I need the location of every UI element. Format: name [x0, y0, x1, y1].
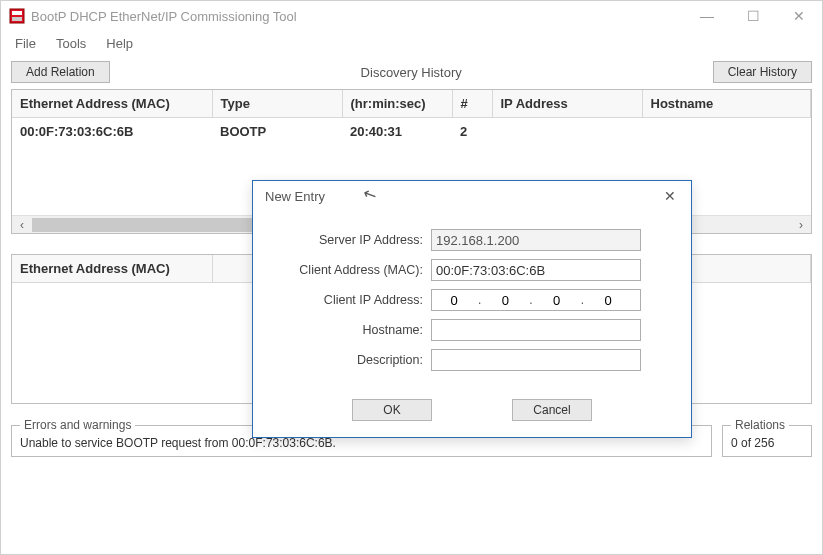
app-icon — [9, 8, 25, 24]
clear-history-button[interactable]: Clear History — [713, 61, 812, 83]
description-field[interactable] — [431, 349, 641, 371]
hostname-label: Hostname: — [271, 323, 431, 337]
menu-file[interactable]: File — [5, 34, 46, 53]
col-header-type[interactable]: Type — [212, 90, 342, 118]
ip-octet-2[interactable] — [483, 292, 527, 309]
scroll-left-icon[interactable]: ‹ — [14, 218, 30, 232]
relations-count: 0 of 256 — [731, 436, 803, 450]
minimize-button[interactable]: — — [684, 1, 730, 31]
client-ip-label: Client IP Address: — [271, 293, 431, 307]
col-header-host[interactable]: Hostname — [642, 90, 811, 118]
dialog-close-button[interactable]: ✕ — [655, 188, 685, 204]
relations-legend: Relations — [731, 418, 789, 432]
client-mac-label: Client Address (MAC): — [271, 263, 431, 277]
client-ip-field[interactable]: . . . — [431, 289, 641, 311]
maximize-button[interactable]: ☐ — [730, 1, 776, 31]
cell-ip — [492, 118, 642, 146]
ip-dot: . — [527, 293, 534, 307]
table-row[interactable]: 00:0F:73:03:6C:6B BOOTP 20:40:31 2 — [12, 118, 811, 146]
dialog-title: New Entry — [265, 189, 655, 204]
scroll-right-icon[interactable]: › — [793, 218, 809, 232]
menubar: File Tools Help — [1, 31, 822, 55]
toolbar: Add Relation Discovery History Clear His… — [11, 61, 812, 83]
svg-rect-1 — [12, 11, 22, 15]
close-button[interactable]: ✕ — [776, 1, 822, 31]
server-ip-field — [431, 229, 641, 251]
ip-dot: . — [579, 293, 586, 307]
col-header-mac[interactable]: Ethernet Address (MAC) — [12, 90, 212, 118]
grid-header-row: Ethernet Address (MAC) Type (hr:min:sec)… — [12, 90, 811, 118]
col-header-count[interactable]: # — [452, 90, 492, 118]
dialog-titlebar: New Entry ↖ ✕ — [253, 181, 691, 211]
col-header-mac-lower[interactable]: Ethernet Address (MAC) — [12, 255, 212, 283]
ok-button[interactable]: OK — [352, 399, 432, 421]
ip-dot: . — [476, 293, 483, 307]
ip-octet-3[interactable] — [535, 292, 579, 309]
errors-legend: Errors and warnings — [20, 418, 135, 432]
menu-tools[interactable]: Tools — [46, 34, 96, 53]
window-title: BootP DHCP EtherNet/IP Commissioning Too… — [31, 9, 684, 24]
col-header-ip[interactable]: IP Address — [492, 90, 642, 118]
svg-rect-2 — [12, 17, 22, 21]
client-mac-field[interactable] — [431, 259, 641, 281]
cell-type: BOOTP — [212, 118, 342, 146]
cell-count: 2 — [452, 118, 492, 146]
errors-text: Unable to service BOOTP request from 00:… — [20, 436, 703, 450]
col-header-time[interactable]: (hr:min:sec) — [342, 90, 452, 118]
ip-octet-4[interactable] — [586, 292, 630, 309]
cell-time: 20:40:31 — [342, 118, 452, 146]
cell-mac: 00:0F:73:03:6C:6B — [12, 118, 212, 146]
new-entry-dialog: New Entry ↖ ✕ Server IP Address: Client … — [252, 180, 692, 438]
cancel-button[interactable]: Cancel — [512, 399, 592, 421]
add-relation-button[interactable]: Add Relation — [11, 61, 110, 83]
dialog-buttons: OK Cancel — [253, 387, 691, 437]
description-label: Description: — [271, 353, 431, 367]
server-ip-label: Server IP Address: — [271, 233, 431, 247]
hostname-field[interactable] — [431, 319, 641, 341]
dialog-body: Server IP Address: Client Address (MAC):… — [253, 211, 691, 387]
window-controls: — ☐ ✕ — [684, 1, 822, 31]
titlebar: BootP DHCP EtherNet/IP Commissioning Too… — [1, 1, 822, 31]
ip-octet-1[interactable] — [432, 292, 476, 309]
menu-help[interactable]: Help — [96, 34, 143, 53]
cell-host — [642, 118, 811, 146]
relations-panel: Relations 0 of 256 — [722, 418, 812, 457]
discovery-history-label: Discovery History — [110, 65, 713, 80]
